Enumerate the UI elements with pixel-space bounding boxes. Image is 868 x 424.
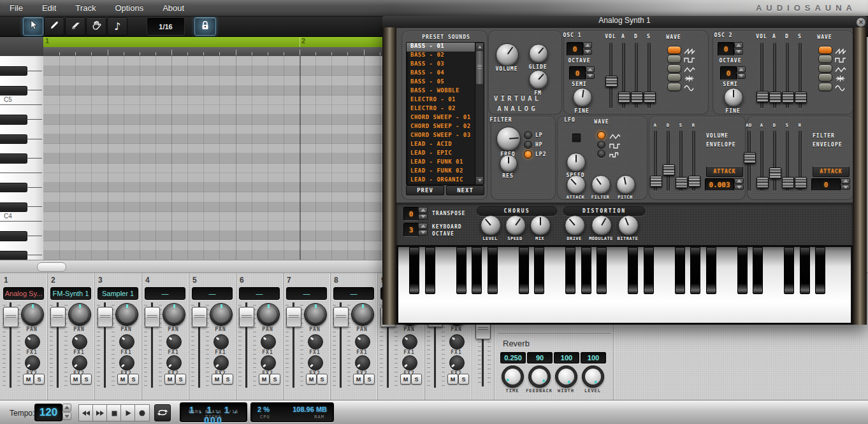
fx2-knob[interactable] (355, 355, 370, 371)
osc1-semi-spinner-down[interactable] (586, 73, 595, 80)
timeline-ruler[interactable] (43, 47, 382, 57)
osc1-octave-spinner-up[interactable] (583, 42, 592, 48)
black-key-G#3[interactable] (0, 251, 27, 260)
reverb-value-time[interactable]: 0.250 (500, 352, 526, 364)
volume-env-value-spinner-up[interactable] (734, 178, 744, 184)
preset-item[interactable]: LEAD - ORGANIC (407, 176, 484, 185)
volume-env-r-fader-handle[interactable] (688, 176, 700, 187)
volume-fader-handle[interactable] (333, 307, 349, 327)
solo-button[interactable]: S (411, 374, 422, 385)
stop-button[interactable] (106, 404, 122, 421)
preset-prev-button[interactable]: PREV (406, 185, 444, 195)
preset-item[interactable]: BASS - 03 (407, 60, 484, 69)
lfo-wave-triangle-button[interactable] (597, 131, 605, 139)
fx1-knob[interactable] (119, 334, 134, 350)
osc2-wave-saw-button[interactable] (818, 46, 832, 54)
piano-roll-grid[interactable] (43, 56, 382, 260)
fx2-knob[interactable] (25, 355, 40, 371)
piano-roll-keys[interactable]: C5C4 (0, 56, 45, 260)
black-key-G#4[interactable] (0, 134, 27, 144)
solo-button[interactable]: S (175, 374, 186, 385)
fx2-knob[interactable] (308, 355, 323, 371)
preset-item[interactable]: CHORD SWEEP - 03 (407, 132, 484, 141)
solo-button[interactable]: S (128, 374, 139, 385)
synth-black-key[interactable] (534, 247, 544, 294)
lfo-wave-steps-button[interactable] (597, 150, 605, 158)
preset-item[interactable]: ELECTRO - 01 (407, 96, 484, 105)
black-key-D#4[interactable] (0, 183, 27, 192)
mute-button[interactable]: M (447, 374, 458, 385)
channel-name-display[interactable]: — (333, 287, 374, 300)
preset-item[interactable]: CHORD SWEEP - 02 (407, 123, 484, 132)
filter-res-knob[interactable] (500, 155, 517, 173)
fx1-knob[interactable] (166, 334, 182, 350)
volume-fader-handle[interactable] (3, 307, 18, 327)
osc1-a-fader-handle[interactable] (618, 92, 630, 103)
preset-scrollbar[interactable] (475, 43, 484, 185)
reverb-value-feedback[interactable]: 90 (527, 352, 553, 364)
preset-item[interactable]: LEAD - EPIC (407, 150, 484, 159)
synth-black-key[interactable] (597, 247, 607, 294)
osc1-wave-sine-button[interactable] (667, 83, 681, 91)
volume-knob[interactable] (496, 43, 519, 66)
reverb-width-knob[interactable] (555, 365, 577, 388)
synth-black-key[interactable] (581, 247, 591, 294)
solo-button[interactable]: S (364, 374, 375, 385)
volume-env-d-fader-handle[interactable] (663, 164, 675, 176)
volume-env-attack-button[interactable]: ATTACK (706, 166, 743, 177)
filter-mode-lp[interactable] (524, 131, 532, 139)
osc1-octave-spinner-down[interactable] (583, 49, 592, 55)
synth-black-key[interactable] (565, 247, 575, 294)
synth-black-key[interactable] (690, 247, 700, 294)
osc1-wave-noise-button[interactable] (667, 73, 681, 81)
fx1-knob[interactable] (449, 334, 465, 350)
tempo-up-button[interactable] (62, 404, 71, 412)
reverb-level-knob[interactable] (582, 365, 604, 388)
channel-name-display[interactable]: — (145, 287, 185, 300)
fx1-knob[interactable] (308, 334, 323, 350)
lock-button[interactable] (194, 17, 216, 36)
black-key-C#4[interactable] (0, 202, 27, 212)
solo-button[interactable]: S (270, 374, 280, 385)
volume-fader-handle[interactable] (286, 307, 301, 327)
volume-env-s-fader-handle[interactable] (676, 177, 688, 188)
pan-knob[interactable] (351, 303, 374, 326)
pan-knob[interactable] (115, 303, 138, 326)
fx2-knob[interactable] (402, 355, 417, 371)
mute-button[interactable]: M (23, 374, 34, 385)
preset-item[interactable]: BASS - 05 (407, 78, 484, 87)
filter-env-r-fader-handle[interactable] (795, 177, 807, 188)
lfo-wave-square-button[interactable] (597, 141, 605, 149)
osc1-wave-square-button[interactable] (667, 55, 681, 63)
reverb-time-knob[interactable] (502, 365, 524, 388)
mute-button[interactable]: M (259, 374, 270, 385)
pan-knob[interactable] (21, 303, 44, 326)
fx2-knob[interactable] (119, 355, 134, 371)
volume-env-value-spinner-down[interactable] (734, 185, 744, 190)
scrollbar-thumb[interactable] (37, 262, 66, 272)
reverb-feedback-knob[interactable] (528, 365, 551, 388)
fx2-knob[interactable] (261, 355, 276, 371)
menu-item-about[interactable]: About (153, 0, 194, 16)
black-key-F#4[interactable] (0, 153, 27, 163)
preset-item[interactable]: LEAD - FUNK 02 (407, 167, 484, 176)
mute-button[interactable]: M (306, 374, 317, 385)
solo-button[interactable]: S (81, 374, 92, 385)
osc2-d-fader-handle[interactable] (782, 92, 794, 103)
tempo-down-button[interactable] (62, 413, 71, 421)
osc1-vol-fader-handle[interactable] (605, 76, 618, 87)
fx1-knob[interactable] (355, 334, 370, 350)
channel-name-display[interactable]: — (286, 287, 327, 300)
transpose-spinner-down[interactable] (418, 214, 428, 220)
tool-note-button[interactable]: ♪ (107, 17, 127, 36)
filter-env-s-fader-handle[interactable] (782, 177, 794, 188)
preset-item[interactable]: BASS - 04 (407, 69, 484, 78)
volume-fader-handle[interactable] (192, 307, 207, 327)
tempo-display[interactable]: 120 (34, 404, 62, 421)
black-key-C#5[interactable] (0, 86, 27, 95)
fx2-knob[interactable] (166, 355, 182, 371)
chorus-mix-knob[interactable] (530, 215, 551, 236)
synth-black-key[interactable] (784, 247, 794, 294)
mute-button[interactable]: M (117, 374, 128, 385)
scroll-thumb[interactable] (476, 51, 483, 84)
